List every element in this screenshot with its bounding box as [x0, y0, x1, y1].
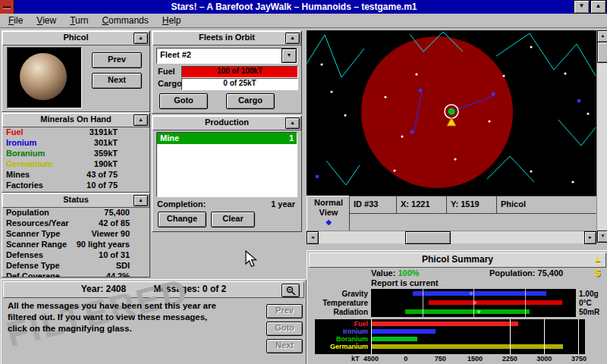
mineral-row: Fuel3191kT — [2, 127, 149, 137]
menu-help[interactable]: Help — [156, 14, 188, 27]
map-info-bar: Normal View ◆ ID #33 X: 1221 Y: 1519 Phi… — [307, 196, 596, 231]
fleet-select[interactable]: Fleet #2 ▼ — [156, 48, 297, 64]
map-info-empty-field — [349, 213, 602, 232]
cargo-gauge-text: 0 of 25kT — [182, 79, 297, 89]
minimize-button[interactable]: ▼ — [574, 0, 590, 14]
message-prev-button[interactable]: Prev — [266, 304, 303, 318]
status-row: Scanner TypeViewer 90 — [2, 228, 149, 239]
map-object-id-field: ID #33 — [349, 196, 401, 215]
axis-unit-label: kT — [351, 355, 360, 362]
status-panel-header: Status ▲ — [2, 193, 149, 208]
status-row: Def Coverage44.2% — [2, 271, 149, 278]
mineral-label: Germanium — [6, 158, 52, 169]
collapse-icon: ▲ — [138, 117, 143, 122]
collapse-button[interactable]: ▲ — [134, 115, 148, 126]
message-next-button[interactable]: Next — [266, 339, 303, 353]
magnifier-icon — [286, 286, 296, 295]
mouse-cursor-icon — [245, 250, 259, 270]
mineral-graph: Fuel Ironium Boranium Germanium — [315, 319, 585, 354]
status-label: Scanner Type — [6, 228, 60, 239]
messages-panel: Year: 2408 Messages: 0 of 2 FILTERED All… — [1, 279, 307, 364]
clear-button[interactable]: Clear — [211, 212, 255, 228]
scroll-right-button[interactable]: ► — [584, 231, 596, 244]
status-value: 44.2% — [106, 271, 130, 278]
fleet-select-dropdown-button[interactable]: ▼ — [281, 49, 297, 63]
status-value: 75,400 — [104, 207, 130, 218]
system-menu-button[interactable] — [0, 0, 14, 14]
cargo-label: Cargo — [158, 79, 182, 88]
fleet-select-value: Fleet #2 — [160, 50, 191, 59]
mineral-label: Factories — [6, 180, 43, 190]
collapse-button[interactable]: ▲ — [134, 33, 148, 44]
collapse-button[interactable]: ▲ — [285, 33, 300, 44]
graph-boranium-label: Boranium — [315, 336, 368, 343]
selected-planet[interactable] — [448, 108, 455, 115]
next-planet-button[interactable]: Next — [92, 73, 142, 89]
message-body: All the messages you have been sent this… — [8, 300, 264, 334]
horizontal-scroll-thumb[interactable] — [405, 231, 451, 244]
summary-header: Phicol Summary — [309, 253, 606, 268]
menu-view[interactable]: View — [30, 14, 63, 27]
cargo-button[interactable]: Cargo — [226, 93, 275, 109]
status-label: Scanner Range — [6, 239, 67, 249]
production-queue-item[interactable]: Mine 1 — [157, 133, 297, 144]
status-panel-title: Status — [63, 195, 89, 204]
boranium-bar — [371, 337, 417, 341]
summary-up-arrow-icon[interactable]: ▲ — [594, 254, 602, 263]
collapse-button[interactable]: ▲ — [285, 118, 300, 129]
system-menu-icon — [3, 6, 11, 9]
message-goto-button[interactable]: Goto — [266, 322, 303, 336]
view-mode-line1: Normal — [307, 198, 350, 208]
menu-turn[interactable]: Turn — [63, 14, 95, 27]
vertical-scroll-thumb[interactable] — [597, 42, 607, 63]
arrow-down-icon: ▼ — [601, 234, 605, 238]
scroll-down-button[interactable]: ▼ — [597, 231, 607, 243]
menu-commands[interactable]: Commands — [95, 14, 155, 27]
mineral-label: Fuel — [6, 127, 24, 137]
scroll-up-button[interactable]: ▲ — [597, 30, 607, 42]
planet-panel-header: Phicol ▲ — [2, 31, 149, 46]
production-queue-list[interactable]: Mine 1 — [156, 132, 297, 197]
scroll-left-button[interactable]: ◄ — [307, 231, 319, 244]
status-rows: Population75,400 Resources/Year42 of 85 … — [2, 207, 149, 278]
goto-button[interactable]: Goto — [159, 93, 208, 109]
message-filter-button[interactable] — [281, 284, 300, 297]
mineral-row: Germanium190kT — [2, 158, 149, 169]
message-line: click on the magnifying glass. — [8, 323, 264, 334]
status-value: SDI — [116, 260, 130, 271]
graph-fuel-label: Fuel — [315, 321, 368, 328]
axis-tick: 0 — [404, 355, 407, 362]
status-row: Population75,400 — [2, 207, 149, 218]
status-row: Scanner Range90 light years — [2, 239, 149, 249]
minerals-panel-header: Minerals On Hand ▲ — [2, 113, 149, 127]
view-mode-diamond-icon[interactable]: ◆ — [307, 218, 350, 227]
mineral-label: Ironium — [6, 137, 36, 148]
report-status: Report is current — [371, 278, 439, 287]
fuel-gauge: 100 of 100kT — [181, 66, 298, 78]
map-horizontal-scrollbar[interactable]: ◄ ► — [307, 231, 596, 243]
menu-file[interactable]: File — [2, 14, 30, 27]
prev-planet-button[interactable]: Prev — [92, 52, 142, 68]
completion-value: 1 year — [271, 199, 295, 209]
planet-panel-title: Phicol — [63, 33, 88, 42]
maximize-button[interactable]: ▲ — [590, 0, 606, 14]
arrow-up-icon: ▲ — [601, 33, 605, 38]
fuel-label: Fuel — [158, 67, 175, 76]
change-button[interactable]: Change — [158, 212, 206, 228]
status-panel: Status ▲ Population75,400 Resources/Year… — [2, 193, 150, 278]
map-vertical-scrollbar[interactable]: ▲ ▼ — [596, 30, 607, 243]
scanner-range-circle — [361, 36, 513, 188]
status-label: Population — [6, 207, 49, 218]
status-value: 10 of 31 — [99, 249, 130, 260]
temperature-label: Temperature — [307, 299, 368, 307]
axis-tick: 750 — [435, 355, 446, 362]
hab-tick — [473, 289, 474, 317]
axis-tick: 4500 — [363, 355, 379, 362]
starmap[interactable] — [307, 30, 596, 196]
axis-tick: 2250 — [502, 355, 517, 362]
mineral-value: 301kT — [94, 137, 118, 148]
collapse-button[interactable]: ▲ — [134, 195, 148, 206]
map-view-mode-selector[interactable]: Normal View ◆ — [307, 196, 351, 234]
mineral-value: 10 of 75 — [86, 180, 118, 190]
map-y-coordinate-field: Y: 1519 — [446, 196, 502, 215]
